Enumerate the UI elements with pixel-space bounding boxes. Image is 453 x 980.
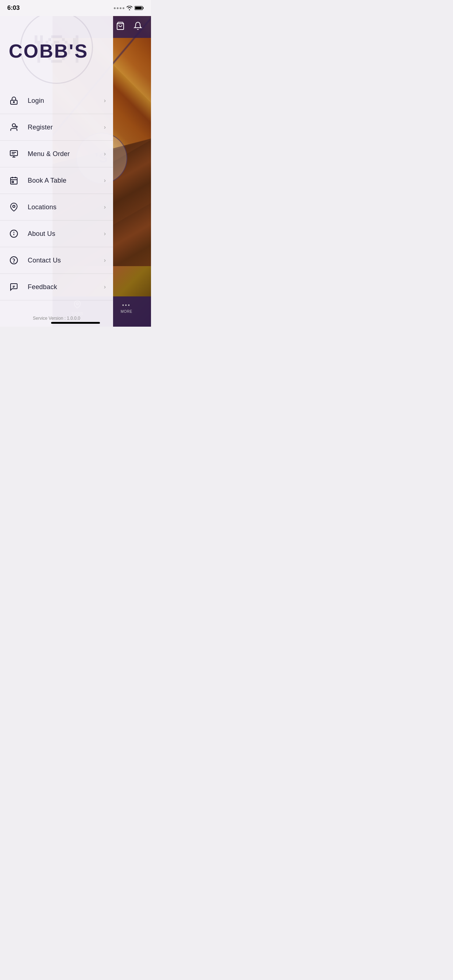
- register-icon: [7, 121, 21, 134]
- battery-icon: [135, 6, 144, 10]
- status-time: 6:03: [7, 5, 20, 12]
- register-chevron: ›: [104, 124, 106, 130]
- about-us-label: About Us: [28, 230, 97, 238]
- register-label: Register: [28, 124, 97, 131]
- svg-rect-1: [143, 7, 144, 9]
- book-table-icon: [7, 174, 21, 187]
- menu-item-menu-order[interactable]: Menu & Order ›: [0, 141, 113, 167]
- feedback-chevron: ›: [104, 284, 106, 290]
- contact-us-icon: [7, 254, 21, 267]
- contact-us-chevron: ›: [104, 257, 106, 264]
- menu-order-label: Menu & Order: [28, 150, 97, 158]
- svg-point-24: [10, 257, 18, 264]
- more-nav-icon: •••: [122, 302, 131, 308]
- cart-icon[interactable]: [116, 22, 125, 32]
- lock-icon: [7, 94, 21, 107]
- about-us-icon: [7, 227, 21, 240]
- more-nav-label: MORE: [121, 310, 132, 313]
- login-label: Login: [28, 97, 97, 105]
- locations-icon: [7, 200, 21, 214]
- about-us-chevron: ›: [104, 231, 106, 237]
- contact-us-label: Contact Us: [28, 257, 97, 264]
- menu-item-locations[interactable]: Locations ›: [0, 194, 113, 221]
- menu-order-icon: [7, 147, 21, 161]
- brand-title: COBB'S: [9, 40, 88, 62]
- drawer-panel: 🍽 COBB'S Login ›: [0, 0, 113, 327]
- menu-item-feedback[interactable]: Feedback ›: [0, 274, 113, 301]
- book-table-label: Book A Table: [28, 177, 97, 185]
- home-indicator: [51, 322, 100, 324]
- bell-icon[interactable]: [134, 22, 142, 32]
- svg-point-20: [13, 205, 15, 207]
- svg-point-6: [13, 102, 14, 103]
- svg-rect-19: [12, 181, 13, 183]
- status-icons: [114, 6, 144, 10]
- locations-chevron: ›: [104, 204, 106, 210]
- feedback-icon: [7, 280, 21, 293]
- drawer-menu-list: Login › Register ›: [0, 88, 113, 310]
- menu-item-contact-us[interactable]: Contact Us ›: [0, 247, 113, 274]
- status-bar: 6:03: [0, 0, 151, 16]
- svg-point-7: [13, 124, 16, 127]
- feedback-label: Feedback: [28, 283, 97, 291]
- menu-item-login[interactable]: Login ›: [0, 88, 113, 114]
- svg-rect-2: [135, 7, 142, 10]
- svg-rect-10: [10, 151, 18, 156]
- menu-order-chevron: ›: [104, 151, 106, 157]
- menu-item-book-table[interactable]: Book A Table ›: [0, 167, 113, 194]
- wifi-icon: [126, 6, 132, 10]
- signal-dots-icon: [114, 7, 124, 9]
- nav-item-more[interactable]: ••• MORE: [121, 302, 132, 313]
- locations-label: Locations: [28, 204, 97, 211]
- menu-item-about-us[interactable]: About Us ›: [0, 221, 113, 247]
- book-table-chevron: ›: [104, 177, 106, 184]
- menu-item-register[interactable]: Register ›: [0, 114, 113, 141]
- login-chevron: ›: [104, 97, 106, 104]
- version-text: Service Version : 1.0.0.0: [0, 310, 113, 327]
